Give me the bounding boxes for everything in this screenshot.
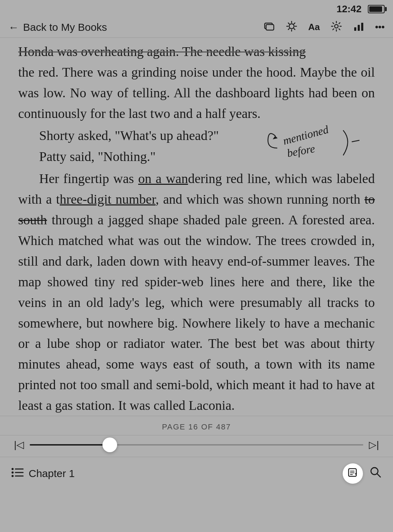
svg-line-9 bbox=[294, 23, 295, 24]
progress-area: |◁ ▷| bbox=[0, 435, 393, 457]
svg-line-8 bbox=[294, 29, 295, 30]
progress-track[interactable] bbox=[30, 444, 363, 446]
notes-icon bbox=[348, 467, 358, 480]
page-indicator: PAGE 16 OF 487 bbox=[0, 416, 393, 435]
brightness-icon[interactable] bbox=[286, 20, 298, 34]
svg-point-29 bbox=[371, 468, 378, 475]
font-icon[interactable]: Aa bbox=[308, 22, 320, 33]
chapter-label: Chapter 1 bbox=[29, 468, 75, 479]
svg-rect-12 bbox=[354, 27, 356, 31]
reading-area: Honda was overheating again. The needle … bbox=[0, 38, 393, 416]
progress-filled bbox=[30, 444, 110, 446]
svg-rect-13 bbox=[358, 25, 360, 31]
status-time: 12:42 bbox=[336, 4, 362, 15]
dialog-section: Shorty asked, "What's up ahead?" Patty s… bbox=[18, 125, 375, 167]
stats-icon[interactable] bbox=[353, 20, 365, 34]
svg-line-7 bbox=[288, 23, 290, 24]
battery-icon bbox=[368, 5, 385, 13]
reading-text-partial: the red. There was a grinding noise unde… bbox=[18, 65, 375, 121]
nav-icons: Aa ••• bbox=[263, 20, 385, 34]
text-partial-top: Honda was overheating again. The needle … bbox=[18, 38, 375, 124]
settings-icon[interactable] bbox=[330, 20, 342, 34]
nav-bar: ← Back to My Books Aa bbox=[0, 17, 393, 38]
toc-icon bbox=[11, 467, 24, 481]
search-icon[interactable] bbox=[369, 466, 382, 481]
progress-end-icon[interactable]: ▷| bbox=[369, 439, 379, 450]
back-button[interactable]: ← Back to My Books bbox=[8, 21, 107, 33]
main-paragraph: Her fingertip was on a wandering red lin… bbox=[18, 168, 375, 416]
notes-button[interactable] bbox=[343, 463, 363, 484]
svg-point-22 bbox=[12, 468, 14, 470]
svg-point-24 bbox=[12, 475, 14, 477]
progress-thumb[interactable] bbox=[102, 438, 117, 452]
progress-start-icon[interactable]: |◁ bbox=[14, 439, 24, 450]
svg-point-11 bbox=[335, 24, 338, 28]
toc-button[interactable]: Chapter 1 bbox=[11, 467, 75, 481]
svg-point-2 bbox=[289, 24, 294, 29]
bottom-nav: Chapter 1 bbox=[0, 457, 393, 490]
svg-rect-14 bbox=[361, 23, 363, 31]
bottom-right-icons bbox=[343, 463, 382, 484]
more-icon[interactable]: ••• bbox=[375, 22, 385, 33]
svg-point-23 bbox=[12, 471, 14, 474]
status-bar: 12:42 bbox=[0, 0, 393, 17]
back-arrow-icon: ← bbox=[8, 22, 19, 33]
svg-line-10 bbox=[288, 29, 290, 30]
dialog-1: Shorty asked, "What's up ahead?" bbox=[18, 125, 375, 146]
flashcard-icon[interactable] bbox=[263, 20, 275, 34]
svg-rect-1 bbox=[266, 24, 274, 30]
back-label: Back to My Books bbox=[23, 21, 107, 33]
svg-line-30 bbox=[377, 474, 380, 477]
dialog-2: Patty said, "Nothing." bbox=[18, 146, 375, 167]
